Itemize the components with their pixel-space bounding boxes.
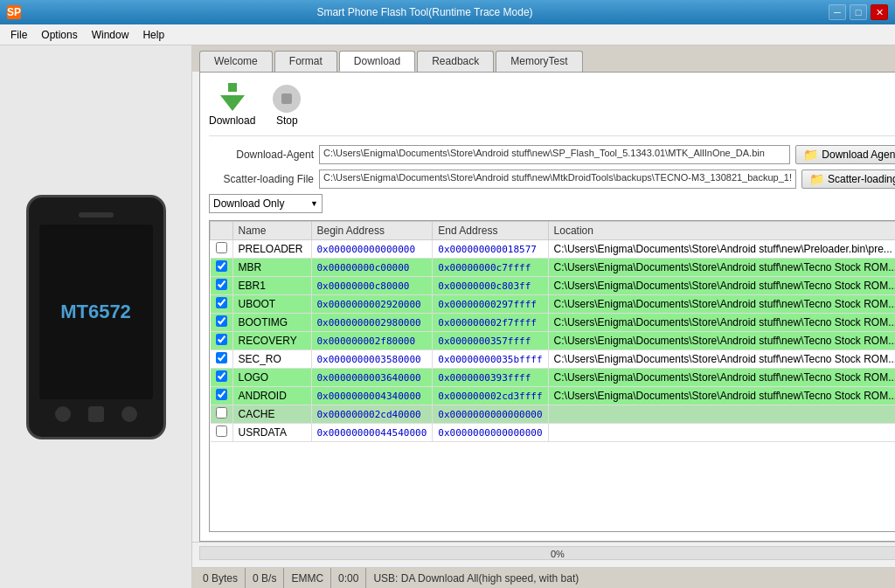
arrow-bar — [228, 83, 237, 92]
download-button[interactable]: Download — [209, 85, 255, 127]
download-mode-dropdown[interactable]: Download Only ▼ — [209, 194, 323, 213]
row-end: 0x000000000018577 — [433, 240, 548, 259]
partition-table-element: Name Begin Address End Address Location … — [210, 221, 895, 442]
stop-label: Stop — [276, 114, 298, 127]
scatter-row: Scatter-loading File C:\Users\Enigma\Doc… — [209, 169, 895, 189]
content-area: Download Stop Download-Agent C:\Users\En… — [199, 72, 895, 542]
row-begin: 0x000000002cd40000 — [311, 405, 433, 424]
window-title: Smart Phone Flash Tool(Runtime Trace Mod… — [21, 6, 829, 18]
titlebar: SP Smart Phone Flash Tool(Runtime Trace … — [0, 0, 895, 24]
tab-format[interactable]: Format — [274, 51, 337, 72]
row-begin: 0x00000000c00000 — [311, 259, 433, 277]
row-end: 0x0000000000000000 — [433, 424, 548, 442]
table-row: SEC_RO 0x0000000003580000 0x00000000035b… — [211, 350, 896, 369]
phone-screen: MT6572 — [39, 225, 153, 399]
row-location — [548, 424, 895, 442]
row-checkbox-cell[interactable] — [211, 424, 233, 442]
row-checkbox[interactable] — [216, 279, 227, 290]
row-end: 0x0000000357ffff — [433, 332, 548, 350]
arrow-head — [220, 95, 245, 111]
scatter-btn-label: Scatter-loading — [828, 173, 895, 185]
main-layout: MT6572 Welcome Format Download Readback … — [0, 45, 895, 588]
row-location: C:\Users\Enigma\Documents\Store\Android … — [548, 314, 895, 332]
phone-home-btn — [88, 406, 104, 422]
phone-menu-btn — [121, 406, 137, 422]
tab-readback[interactable]: Readback — [417, 51, 494, 72]
menu-window[interactable]: Window — [85, 27, 136, 43]
status-message: USB: DA Download All(high speed, with ba… — [366, 568, 895, 588]
status-storage: EMMC — [284, 568, 331, 588]
app-icon: SP — [7, 5, 21, 19]
menu-help[interactable]: Help — [135, 27, 171, 43]
scatter-button[interactable]: 📁 Scatter-loading — [801, 169, 895, 189]
window-controls: ─ □ ✕ — [829, 4, 888, 20]
download-agent-label: Download-Agent — [209, 149, 314, 161]
status-bytes: 0 Bytes — [196, 568, 246, 588]
row-checkbox-cell[interactable] — [211, 369, 233, 387]
minimize-button[interactable]: ─ — [829, 4, 846, 20]
scatter-folder-icon: 📁 — [809, 172, 824, 186]
menubar: File Options Window Help — [0, 24, 895, 45]
row-begin: 0x00000000044540000 — [311, 424, 433, 442]
table-row: BOOTIMG 0x0000000002980000 0x000000002f7… — [211, 314, 896, 332]
restore-button[interactable]: □ — [850, 4, 867, 20]
row-begin: 0x0000000004340000 — [311, 387, 433, 405]
row-checkbox[interactable] — [216, 297, 227, 308]
download-agent-input[interactable]: C:\Users\Enigma\Documents\Store\Android … — [319, 145, 790, 164]
row-name: UBOOT — [232, 295, 311, 314]
row-checkbox[interactable] — [216, 352, 227, 363]
row-checkbox[interactable] — [216, 389, 227, 400]
row-location: C:\Users\Enigma\Documents\Store\Android … — [548, 387, 895, 405]
col-header-end: End Address — [433, 222, 548, 240]
table-header-row: Name Begin Address End Address Location — [211, 222, 896, 240]
row-end: 0x000000002f7ffff — [433, 314, 548, 332]
row-name: USRDATA — [232, 424, 311, 442]
tab-download[interactable]: Download — [339, 51, 415, 72]
dropdown-value: Download Only — [213, 197, 284, 210]
row-checkbox[interactable] — [216, 242, 227, 253]
row-begin: 0x0000000003640000 — [311, 369, 433, 387]
row-checkbox-cell[interactable] — [211, 350, 233, 369]
right-panel: Welcome Format Download Readback MemoryT… — [192, 45, 895, 588]
table-row: ANDROID 0x0000000004340000 0x000000002cd… — [211, 387, 896, 405]
row-checkbox-cell[interactable] — [211, 295, 233, 314]
row-begin: 0x0000000002920000 — [311, 295, 433, 314]
stop-icon — [273, 85, 301, 113]
table-row: MBR 0x00000000c00000 0x00000000c7ffff C:… — [211, 259, 896, 277]
download-agent-button[interactable]: 📁 Download Agent — [795, 145, 895, 164]
close-button[interactable]: ✕ — [871, 4, 888, 20]
row-end: 0x00000000297ffff — [433, 295, 548, 314]
scatter-input[interactable]: C:\Users\Enigma\Documents\Store\Android … — [319, 169, 796, 189]
stop-button[interactable]: Stop — [273, 85, 301, 127]
row-checkbox-cell[interactable] — [211, 387, 233, 405]
folder-icon: 📁 — [803, 148, 818, 162]
row-checkbox[interactable] — [216, 370, 227, 382]
row-checkbox-cell[interactable] — [211, 259, 233, 277]
menu-file[interactable]: File — [3, 27, 34, 43]
row-name: EBR1 — [232, 277, 311, 295]
table-row: LOGO 0x0000000003640000 0x0000000393ffff… — [211, 369, 896, 387]
row-checkbox[interactable] — [216, 315, 227, 327]
row-end: 0x000000002cd3ffff — [433, 387, 548, 405]
table-row: RECOVERY 0x000000002f80000 0x0000000357f… — [211, 332, 896, 350]
row-checkbox[interactable] — [216, 260, 227, 272]
col-header-name: Name — [232, 222, 311, 240]
download-label: Download — [209, 114, 255, 127]
row-checkbox[interactable] — [216, 407, 227, 419]
row-name: CACHE — [232, 405, 311, 424]
row-checkbox-cell[interactable] — [211, 405, 233, 424]
row-checkbox-cell[interactable] — [211, 277, 233, 295]
table-row: UBOOT 0x0000000002920000 0x00000000297ff… — [211, 295, 896, 314]
row-checkbox-cell[interactable] — [211, 332, 233, 350]
row-checkbox-cell[interactable] — [211, 240, 233, 259]
row-end: 0x00000000035bffff — [433, 350, 548, 369]
row-checkbox[interactable] — [216, 334, 227, 345]
row-checkbox-cell[interactable] — [211, 314, 233, 332]
progress-bar-container: 0% — [199, 546, 895, 560]
col-header-check — [211, 222, 233, 240]
menu-options[interactable]: Options — [34, 27, 84, 43]
row-checkbox[interactable] — [216, 425, 227, 437]
tab-memorytest[interactable]: MemoryTest — [496, 51, 582, 72]
row-begin: 0x000000000000000 — [311, 240, 433, 259]
tab-welcome[interactable]: Welcome — [199, 51, 273, 72]
